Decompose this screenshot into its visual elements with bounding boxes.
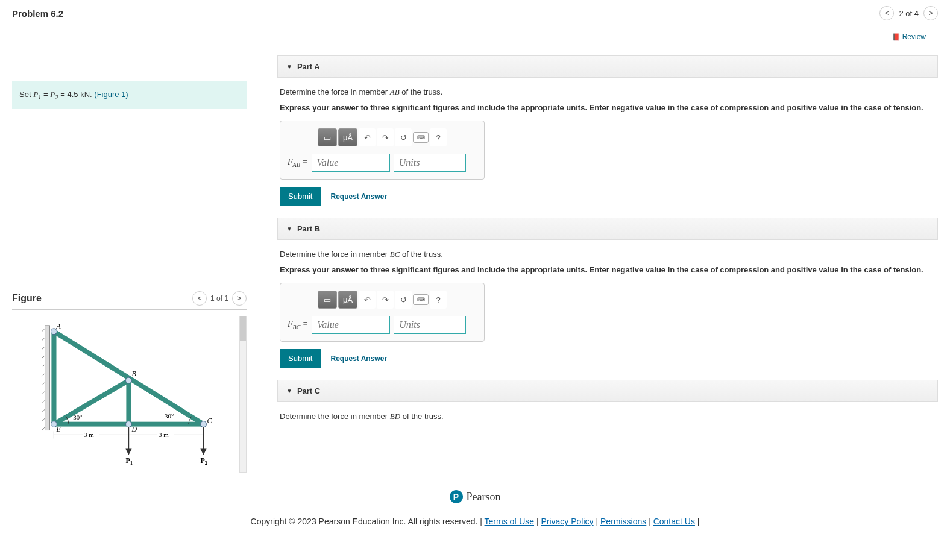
svg-line-7 [42,382,45,385]
truss-figure: A B C D E 30° 30° [12,316,239,473]
svg-marker-45 [126,449,131,454]
figure-prev-button[interactable]: < [192,291,207,306]
problem-count: 2 of 4 [899,9,919,18]
svg-text:E: E [55,426,61,434]
part-c-prompt: Determine the force in member BD of the … [280,412,936,421]
svg-line-5 [42,364,45,367]
review-link[interactable]: Review [892,33,926,41]
svg-line-4 [42,356,45,359]
svg-text:3 m: 3 m [159,431,169,438]
part-c-block: Part C Determine the force in member BD … [277,380,938,421]
svg-point-25 [126,421,132,427]
footer-links: Copyright © 2023 Pearson Education Inc. … [0,508,950,535]
privacy-link[interactable]: Privacy Policy [541,517,593,526]
copyright-text: Copyright © 2023 Pearson Education Inc. … [251,517,478,526]
reset-button[interactable]: ↺ [395,291,412,309]
fab-label: FAB = [288,157,308,168]
svg-line-2 [42,338,45,341]
svg-line-6 [42,373,45,376]
templates-button[interactable]: ▭ [318,291,337,309]
part-a-prompt: Determine the force in member AB of the … [280,87,936,97]
part-c-header[interactable]: Part C [277,380,938,402]
figure-canvas-wrap: A B C D E 30° 30° [12,316,247,473]
figure-next-button[interactable]: > [232,291,247,306]
setup-text: Set [19,90,33,99]
redo-button[interactable]: ↷ [377,128,394,146]
nav-group: < 2 of 4 > [879,6,938,20]
svg-text:P1: P1 [126,456,133,466]
redo-button[interactable]: ↷ [377,291,394,309]
left-column: Set P1 = P2 = 4.5 kN. (Figure 1) Figure … [0,27,259,485]
right-column: Review Part A Determine the force in mem… [259,27,950,485]
permissions-link[interactable]: Permissions [600,517,646,526]
svg-text:P2: P2 [201,456,208,466]
svg-text:3 m: 3 m [84,431,94,438]
svg-text:A: A [55,322,61,330]
part-a-submit-button[interactable]: Submit [280,187,321,206]
help-button[interactable]: ? [430,291,447,309]
svg-line-11 [42,418,45,421]
part-a-units-input[interactable] [394,154,466,172]
fbc-label: FBC = [288,319,308,330]
svg-text:B: B [131,370,136,378]
svg-text:30°: 30° [165,412,174,420]
part-a-toolbar: ▭ μÅ ↶ ↷ ↺ ⌨ ? [318,128,477,146]
part-b-answer-box: ▭ μÅ ↶ ↷ ↺ ⌨ ? FBC = [280,283,485,342]
figure-title: Figure [12,293,42,304]
p2-var: P2 [50,90,58,99]
svg-point-27 [126,377,132,383]
svg-text:30°: 30° [73,414,82,421]
templates-button[interactable]: ▭ [318,128,337,146]
greek-button[interactable]: μÅ [338,291,357,309]
undo-button[interactable]: ↶ [359,291,376,309]
problem-title: Problem 6.2 [12,8,63,19]
svg-line-12 [42,427,45,430]
contact-link[interactable]: Contact Us [653,517,695,526]
svg-rect-0 [45,326,50,430]
svg-line-10 [42,409,45,412]
part-a-request-answer-link[interactable]: Request Answer [330,192,387,201]
header-bar: Problem 6.2 < 2 of 4 > [0,0,950,27]
figure-scrollbar[interactable] [239,316,247,473]
svg-text:C: C [207,417,212,425]
part-b-instructions: Express your answer to three significant… [280,265,936,274]
part-a-header[interactable]: Part A [277,55,938,78]
p1-var: P1 [33,90,41,99]
part-b-header[interactable]: Part B [277,218,938,240]
part-b-submit-button[interactable]: Submit [280,349,321,368]
next-problem-button[interactable]: > [923,6,938,20]
part-b-value-input[interactable] [312,316,390,334]
part-a-instructions: Express your answer to three significant… [280,103,936,112]
svg-text:D: D [131,426,137,434]
main-layout: Set P1 = P2 = 4.5 kN. (Figure 1) Figure … [0,27,950,485]
reset-button[interactable]: ↺ [395,128,412,146]
help-button[interactable]: ? [430,128,447,146]
svg-point-26 [201,421,207,427]
pearson-logo-icon: P [450,490,463,503]
svg-marker-47 [201,449,206,454]
part-b-units-input[interactable] [394,316,466,334]
part-a-block: Part A Determine the force in member AB … [277,55,938,206]
part-b-request-answer-link[interactable]: Request Answer [330,354,387,363]
figure-count: 1 of 1 [210,294,228,303]
part-b-block: Part B Determine the force in member BC … [277,218,938,368]
keyboard-button[interactable]: ⌨ [413,294,429,305]
svg-line-9 [42,400,45,403]
keyboard-button[interactable]: ⌨ [413,132,429,143]
part-b-toolbar: ▭ μÅ ↶ ↷ ↺ ⌨ ? [318,291,477,309]
figure-header: Figure < 1 of 1 > [12,291,247,310]
figure-link[interactable]: (Figure 1) [94,90,128,99]
problem-setup-box: Set P1 = P2 = 4.5 kN. (Figure 1) [12,81,247,109]
svg-line-3 [42,347,45,350]
figure-section: Figure < 1 of 1 > [0,291,259,485]
undo-button[interactable]: ↶ [359,128,376,146]
footer-brand: P Pearson [0,485,950,508]
prev-problem-button[interactable]: < [879,6,894,20]
terms-link[interactable]: Terms of Use [485,517,534,526]
greek-button[interactable]: μÅ [338,128,357,146]
figure-nav: < 1 of 1 > [192,291,247,306]
part-a-answer-box: ▭ μÅ ↶ ↷ ↺ ⌨ ? FAB = [280,121,485,180]
pearson-brand-text: Pearson [467,491,501,503]
svg-line-1 [42,329,45,332]
part-a-value-input[interactable] [312,154,390,172]
